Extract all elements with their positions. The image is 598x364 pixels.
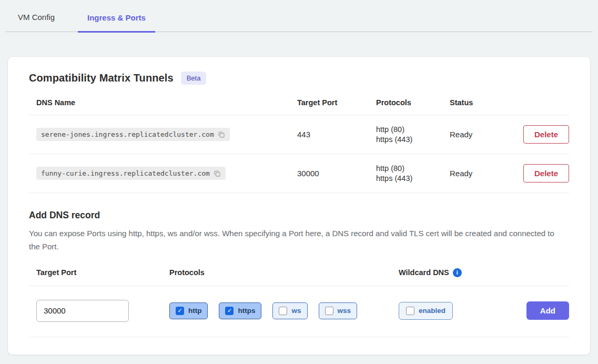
tab-vm-config[interactable]: VM Config [16,13,57,32]
info-icon[interactable] [453,268,462,277]
protocol-line: http (80) [376,164,450,173]
checkbox-icon [325,307,333,315]
header-status: Status [450,98,518,107]
table-row: serene-jones.ingress.replicatedcluster.c… [29,115,569,154]
label-wildcard-dns: Wildcard DNS [399,268,449,277]
protocol-checkbox-label: wss [338,307,351,315]
header-protocols: Protocols [376,98,450,107]
cell-protocols: http (80) https (443) [376,125,450,144]
tunnels-table: DNS Name Target Port Protocols Status se… [29,98,569,193]
header-target-port: Target Port [297,98,376,107]
add-button[interactable]: Add [526,301,569,320]
header-dns-name: DNS Name [36,98,297,107]
cell-protocols: http (80) https (443) [376,164,450,183]
beta-badge: Beta [181,72,207,85]
dns-name-text: serene-jones.ingress.replicatedcluster.c… [41,130,214,138]
target-port-input[interactable] [36,300,129,322]
cell-target-port: 443 [297,130,376,139]
add-dns-record-heading: Add DNS record [29,210,569,221]
delete-button[interactable]: Delete [523,164,569,183]
dns-name-pill: serene-jones.ingress.replicatedcluster.c… [36,128,230,141]
page-title: Compatibility Matrix Tunnels [29,72,174,84]
tab-bar: VM Config Ingress & Ports [5,0,593,32]
dns-name-pill: funny-curie.ingress.replicatedcluster.co… [36,167,226,180]
status-badge: Ready [450,130,518,139]
table-row: funny-curie.ingress.replicatedcluster.co… [29,154,569,193]
wildcard-checkbox-label: enabled [419,307,445,315]
tunnels-card: Compatibility Matrix Tunnels Beta DNS Na… [7,56,591,355]
protocol-line: https (443) [376,135,450,144]
delete-button[interactable]: Delete [523,125,569,144]
checkbox-icon [225,307,234,315]
tab-ingress-ports[interactable]: Ingress & Ports [78,13,155,33]
checkbox-icon [279,307,287,315]
protocol-line: http (80) [376,125,450,134]
form-labels-row: Target Port Protocols Wildcard DNS [29,268,569,286]
protocol-checkbox-group: http https ws wss [169,302,399,319]
protocol-checkbox-label: ws [291,307,301,315]
bottom-divider [29,337,569,337]
protocol-checkbox-wss[interactable]: wss [319,302,358,319]
protocol-checkbox-https[interactable]: https [219,302,261,319]
status-badge: Ready [450,169,518,178]
protocol-checkbox-ws[interactable]: ws [272,302,307,319]
checkbox-icon [176,307,184,315]
label-protocols: Protocols [169,268,399,277]
copy-icon[interactable] [214,170,221,177]
protocol-checkbox-label: http [188,307,201,315]
protocol-checkbox-label: https [238,307,255,315]
dns-name-text: funny-curie.ingress.replicatedcluster.co… [41,169,210,177]
cell-target-port: 30000 [297,169,376,178]
label-target-port: Target Port [36,268,169,277]
wildcard-enabled-checkbox[interactable]: enabled [399,302,453,320]
card-title-row: Compatibility Matrix Tunnels Beta [29,72,569,85]
add-dns-record-description: You can expose Ports using http, https, … [29,227,560,254]
checkbox-icon [406,307,414,315]
protocol-line: https (443) [376,174,450,183]
protocol-checkbox-http[interactable]: http [169,302,208,319]
table-header-row: DNS Name Target Port Protocols Status [29,98,569,115]
add-dns-form-row: http https ws wss enabled Add [29,300,569,322]
copy-icon[interactable] [218,131,225,138]
